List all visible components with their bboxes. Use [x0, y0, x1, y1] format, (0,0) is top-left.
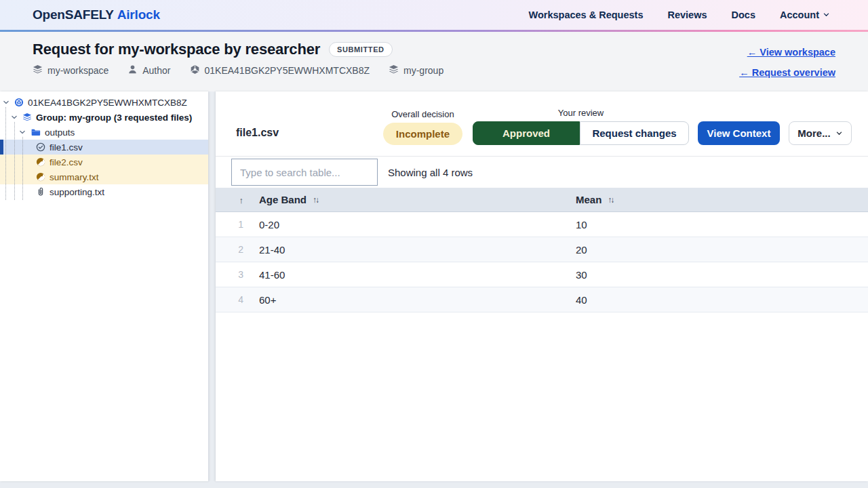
tree-node-group[interactable]: Group: my-group (3 requested files)	[0, 110, 208, 125]
cube-icon	[190, 64, 200, 77]
file-tree-sidebar: 01KEA41BGK2PY5EWWHXMTCXB8Z Group: my-gro…	[0, 92, 208, 481]
chevron-down-icon	[823, 9, 830, 20]
sort-icon: ↑↓	[608, 195, 614, 205]
status-badge: SUBMITTED	[329, 42, 393, 57]
approved-button[interactable]: Approved	[473, 121, 580, 145]
column-header-mean[interactable]: Mean ↑↓	[576, 194, 868, 205]
chevron-down-icon[interactable]	[2, 99, 10, 106]
header-links: ← View workspace ← Request overview	[739, 41, 835, 92]
half-circle-icon	[36, 172, 45, 182]
cell-mean: 20	[576, 244, 868, 256]
row-number: 4	[216, 294, 247, 305]
table-row: 4 60+ 40	[216, 287, 868, 312]
chevron-down-icon[interactable]	[18, 129, 26, 136]
content-area: 01KEA41BGK2PY5EWWHXMTCXB8Z Group: my-gro…	[0, 92, 868, 481]
view-context-button[interactable]: View Context	[698, 121, 780, 145]
request-overview-link[interactable]: ← Request overview	[739, 67, 835, 78]
row-number: 3	[216, 269, 247, 280]
meta-author: Author	[127, 64, 170, 77]
file-tree: 01KEA41BGK2PY5EWWHXMTCXB8Z Group: my-gro…	[0, 92, 208, 199]
cell-age-band: 60+	[247, 294, 576, 306]
sort-ascending-icon: ↑	[239, 195, 244, 205]
layers-icon	[22, 113, 32, 122]
view-workspace-link[interactable]: ← View workspace	[747, 47, 835, 58]
brand-airlock: Airlock	[117, 7, 160, 22]
user-icon	[127, 64, 138, 77]
file-review-panel: file1.csv Overall decision Incomplete Yo…	[216, 92, 868, 481]
more-menu-button[interactable]: More...	[789, 121, 852, 145]
search-input[interactable]	[231, 159, 378, 186]
file-title: file1.csv	[236, 127, 279, 139]
meta-workspace: my-workspace	[33, 64, 108, 77]
page-title: Request for my-workspace by researcher	[33, 41, 320, 58]
tree-file-file2[interactable]: file2.csv	[0, 155, 208, 169]
your-review-label: Your review	[558, 108, 604, 118]
top-navbar: OpenSAFELYAirlock Workspaces & Requests …	[0, 0, 868, 30]
meta-group: my-group	[389, 64, 443, 77]
overall-decision-label: Overall decision	[391, 109, 454, 119]
tree-node-request-root[interactable]: 01KEA41BGK2PY5EWWHXMTCXB8Z	[0, 95, 208, 110]
paperclip-icon	[36, 187, 45, 197]
table-row: 1 0-20 10	[216, 212, 868, 237]
cell-age-band: 0-20	[247, 219, 576, 230]
half-circle-icon	[36, 157, 45, 167]
table-row: 3 41-60 30	[216, 262, 868, 287]
rows-summary: Showing all 4 rows	[388, 167, 473, 178]
selection-bar	[0, 140, 3, 155]
cell-age-band: 21-40	[247, 244, 576, 256]
row-number: 1	[216, 219, 247, 230]
overall-decision-group: Overall decision Incomplete	[383, 109, 462, 145]
column-header-age-band[interactable]: Age Band ↑↓	[247, 194, 576, 205]
tree-file-supporting[interactable]: supporting.txt	[0, 184, 208, 199]
brand-opensafely: OpenSAFELY	[33, 7, 114, 22]
cell-mean: 10	[576, 219, 868, 230]
overall-decision-value: Incomplete	[383, 123, 462, 145]
tree-file-file1[interactable]: file1.csv	[0, 140, 208, 155]
cell-age-band: 41-60	[247, 269, 576, 281]
row-number-header[interactable]: ↑	[216, 194, 247, 205]
file-review-header: file1.csv Overall decision Incomplete Yo…	[216, 92, 868, 157]
folder-icon	[31, 127, 41, 137]
chevron-down-icon[interactable]	[10, 114, 18, 121]
nav-docs[interactable]: Docs	[732, 9, 755, 20]
row-number: 2	[216, 244, 247, 255]
meta-request-id: 01KEA41BGK2PY5EWWHXMTCXB8Z	[190, 64, 370, 77]
sort-icon: ↑↓	[313, 195, 319, 205]
data-table: ↑ Age Band ↑↓ Mean ↑↓ 1 0-20 10 2 21-40	[216, 188, 868, 312]
tree-file-summary[interactable]: summary.txt	[0, 169, 208, 184]
request-changes-button[interactable]: Request changes	[580, 121, 689, 145]
table-header: ↑ Age Band ↑↓ Mean ↑↓	[216, 188, 868, 212]
chevron-down-icon	[835, 127, 843, 139]
table-row: 2 21-40 20	[216, 237, 868, 262]
nav-reviews[interactable]: Reviews	[667, 9, 707, 20]
brand-logo[interactable]: OpenSAFELYAirlock	[33, 7, 160, 22]
tree-guide-line	[14, 122, 15, 200]
nav-workspaces-requests[interactable]: Workspaces & Requests	[529, 9, 644, 20]
cell-mean: 30	[576, 269, 868, 281]
request-meta: my-workspace Author 01KEA41BGK2PY5EWWHXM…	[33, 64, 443, 77]
request-header-left: Request for my-workspace by researcher S…	[33, 41, 443, 92]
nav-links: Workspaces & Requests Reviews Docs Accou…	[529, 9, 830, 20]
tree-node-outputs-folder[interactable]: outputs	[0, 125, 208, 140]
layers-icon	[389, 64, 399, 77]
cell-mean: 40	[576, 294, 868, 306]
check-circle-icon	[36, 142, 45, 152]
layers-icon	[33, 64, 43, 77]
nav-account-menu[interactable]: Account	[780, 9, 830, 20]
tree-guide-line	[5, 107, 6, 200]
panel-gutter	[208, 92, 216, 481]
request-header: Request for my-workspace by researcher S…	[0, 32, 868, 92]
tree-guide-line	[22, 137, 23, 200]
review-button-group: Approved Request changes	[473, 121, 689, 145]
your-review-group: Your review Approved Request changes	[473, 108, 689, 145]
request-cube-icon	[14, 98, 24, 107]
table-toolbar: Showing all 4 rows	[216, 157, 868, 188]
